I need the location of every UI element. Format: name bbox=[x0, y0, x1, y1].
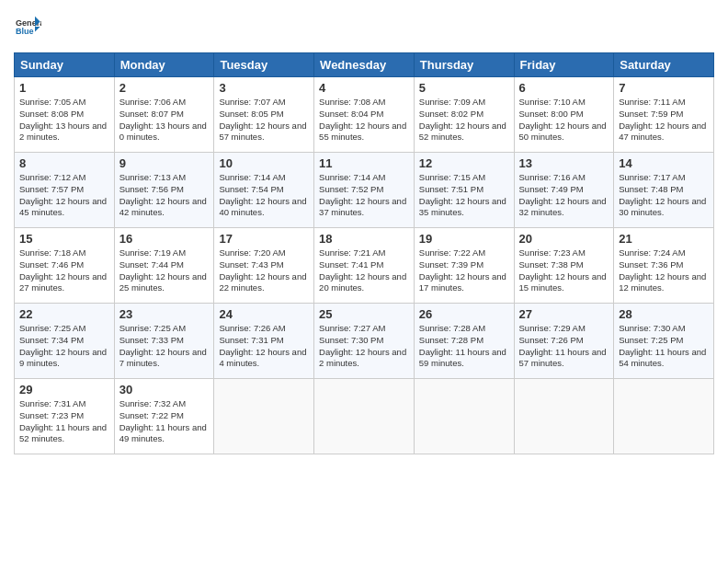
daylight-text: Daylight: 11 hours and 52 minutes. bbox=[19, 422, 109, 446]
day-number: 9 bbox=[119, 156, 210, 170]
weekday-wednesday: Wednesday bbox=[314, 53, 415, 77]
sunrise-text: Sunrise: 7:14 AM bbox=[219, 172, 309, 184]
sunrise-text: Sunrise: 7:25 AM bbox=[119, 323, 210, 335]
weekday-saturday: Saturday bbox=[614, 53, 714, 77]
calendar-cell bbox=[614, 379, 714, 454]
day-info: Sunrise: 7:13 AM Sunset: 7:56 PM Dayligh… bbox=[119, 172, 210, 219]
sunset-text: Sunset: 7:38 PM bbox=[519, 259, 609, 271]
daylight-text: Daylight: 12 hours and 42 minutes. bbox=[119, 196, 210, 220]
sunset-text: Sunset: 7:48 PM bbox=[619, 184, 709, 196]
sunset-text: Sunset: 8:07 PM bbox=[119, 109, 210, 121]
daylight-text: Daylight: 12 hours and 37 minutes. bbox=[319, 196, 409, 220]
day-info: Sunrise: 7:11 AM Sunset: 7:59 PM Dayligh… bbox=[619, 97, 709, 144]
calendar-week-1: 1 Sunrise: 7:05 AM Sunset: 8:08 PM Dayli… bbox=[15, 77, 714, 153]
sunrise-text: Sunrise: 7:24 AM bbox=[619, 247, 709, 259]
calendar-cell: 14 Sunrise: 7:17 AM Sunset: 7:48 PM Dayl… bbox=[614, 153, 714, 228]
daylight-text: Daylight: 11 hours and 49 minutes. bbox=[119, 422, 210, 446]
sunrise-text: Sunrise: 7:31 AM bbox=[19, 398, 109, 410]
day-number: 19 bbox=[419, 232, 509, 246]
calendar-cell: 20 Sunrise: 7:23 AM Sunset: 7:38 PM Dayl… bbox=[514, 228, 614, 304]
day-info: Sunrise: 7:22 AM Sunset: 7:39 PM Dayligh… bbox=[419, 247, 509, 294]
day-info: Sunrise: 7:30 AM Sunset: 7:25 PM Dayligh… bbox=[619, 323, 709, 370]
calendar-cell: 26 Sunrise: 7:28 AM Sunset: 7:28 PM Dayl… bbox=[414, 304, 514, 379]
daylight-text: Daylight: 12 hours and 50 minutes. bbox=[519, 121, 609, 144]
sunset-text: Sunset: 8:05 PM bbox=[219, 109, 309, 121]
sunset-text: Sunset: 7:41 PM bbox=[319, 259, 409, 271]
header: General Blue bbox=[14, 14, 714, 43]
day-info: Sunrise: 7:27 AM Sunset: 7:30 PM Dayligh… bbox=[319, 323, 409, 370]
day-number: 3 bbox=[219, 81, 309, 95]
sunset-text: Sunset: 7:44 PM bbox=[119, 259, 210, 271]
day-info: Sunrise: 7:09 AM Sunset: 8:02 PM Dayligh… bbox=[419, 97, 509, 144]
daylight-text: Daylight: 12 hours and 2 minutes. bbox=[319, 347, 409, 371]
sunset-text: Sunset: 7:31 PM bbox=[219, 335, 309, 347]
day-info: Sunrise: 7:06 AM Sunset: 8:07 PM Dayligh… bbox=[119, 97, 210, 144]
sunrise-text: Sunrise: 7:27 AM bbox=[319, 323, 409, 335]
daylight-text: Daylight: 12 hours and 32 minutes. bbox=[519, 196, 609, 220]
calendar-cell: 6 Sunrise: 7:10 AM Sunset: 8:00 PM Dayli… bbox=[514, 77, 614, 153]
day-info: Sunrise: 7:07 AM Sunset: 8:05 PM Dayligh… bbox=[219, 97, 309, 144]
sunrise-text: Sunrise: 7:29 AM bbox=[519, 323, 609, 335]
day-info: Sunrise: 7:25 AM Sunset: 7:33 PM Dayligh… bbox=[119, 323, 210, 370]
sunrise-text: Sunrise: 7:14 AM bbox=[319, 172, 409, 184]
day-number: 18 bbox=[319, 232, 409, 246]
sunset-text: Sunset: 7:30 PM bbox=[319, 335, 409, 347]
page-container: General Blue SundayMondayTuesdayWednesda… bbox=[0, 0, 728, 563]
daylight-text: Daylight: 12 hours and 12 minutes. bbox=[619, 271, 709, 295]
calendar-cell: 17 Sunrise: 7:20 AM Sunset: 7:43 PM Dayl… bbox=[214, 228, 314, 304]
sunrise-text: Sunrise: 7:15 AM bbox=[419, 172, 509, 184]
sunset-text: Sunset: 8:00 PM bbox=[519, 109, 609, 121]
daylight-text: Daylight: 13 hours and 0 minutes. bbox=[119, 121, 210, 144]
calendar-cell: 10 Sunrise: 7:14 AM Sunset: 7:54 PM Dayl… bbox=[214, 153, 314, 228]
calendar-cell: 30 Sunrise: 7:32 AM Sunset: 7:22 PM Dayl… bbox=[114, 379, 214, 454]
calendar-cell: 27 Sunrise: 7:29 AM Sunset: 7:26 PM Dayl… bbox=[514, 304, 614, 379]
daylight-text: Daylight: 12 hours and 17 minutes. bbox=[419, 271, 509, 295]
day-info: Sunrise: 7:28 AM Sunset: 7:28 PM Dayligh… bbox=[419, 323, 509, 370]
day-info: Sunrise: 7:23 AM Sunset: 7:38 PM Dayligh… bbox=[519, 247, 609, 294]
calendar-cell: 12 Sunrise: 7:15 AM Sunset: 7:51 PM Dayl… bbox=[414, 153, 514, 228]
sunrise-text: Sunrise: 7:19 AM bbox=[119, 247, 210, 259]
sunrise-text: Sunrise: 7:20 AM bbox=[219, 247, 309, 259]
weekday-friday: Friday bbox=[514, 53, 614, 77]
day-info: Sunrise: 7:24 AM Sunset: 7:36 PM Dayligh… bbox=[619, 247, 709, 294]
calendar-cell: 5 Sunrise: 7:09 AM Sunset: 8:02 PM Dayli… bbox=[414, 77, 514, 153]
day-info: Sunrise: 7:12 AM Sunset: 7:57 PM Dayligh… bbox=[19, 172, 109, 219]
sunset-text: Sunset: 8:02 PM bbox=[419, 109, 509, 121]
day-info: Sunrise: 7:10 AM Sunset: 8:00 PM Dayligh… bbox=[519, 97, 609, 144]
calendar-cell: 3 Sunrise: 7:07 AM Sunset: 8:05 PM Dayli… bbox=[214, 77, 314, 153]
day-number: 1 bbox=[19, 81, 109, 95]
sunrise-text: Sunrise: 7:08 AM bbox=[319, 97, 409, 109]
calendar-cell: 22 Sunrise: 7:25 AM Sunset: 7:34 PM Dayl… bbox=[15, 304, 115, 379]
sunset-text: Sunset: 8:04 PM bbox=[319, 109, 409, 121]
weekday-header-row: SundayMondayTuesdayWednesdayThursdayFrid… bbox=[15, 53, 714, 77]
day-info: Sunrise: 7:29 AM Sunset: 7:26 PM Dayligh… bbox=[519, 323, 609, 370]
daylight-text: Daylight: 12 hours and 47 minutes. bbox=[619, 121, 709, 144]
daylight-text: Daylight: 12 hours and 7 minutes. bbox=[119, 347, 210, 371]
logo: General Blue bbox=[14, 14, 41, 43]
day-info: Sunrise: 7:32 AM Sunset: 7:22 PM Dayligh… bbox=[119, 398, 210, 445]
daylight-text: Daylight: 12 hours and 27 minutes. bbox=[19, 271, 109, 295]
day-info: Sunrise: 7:08 AM Sunset: 8:04 PM Dayligh… bbox=[319, 97, 409, 144]
daylight-text: Daylight: 12 hours and 9 minutes. bbox=[19, 347, 109, 371]
calendar-cell: 24 Sunrise: 7:26 AM Sunset: 7:31 PM Dayl… bbox=[214, 304, 314, 379]
calendar-cell: 25 Sunrise: 7:27 AM Sunset: 7:30 PM Dayl… bbox=[314, 304, 415, 379]
day-number: 23 bbox=[119, 307, 210, 321]
sunset-text: Sunset: 7:34 PM bbox=[19, 335, 109, 347]
calendar-cell: 9 Sunrise: 7:13 AM Sunset: 7:56 PM Dayli… bbox=[114, 153, 214, 228]
weekday-monday: Monday bbox=[114, 53, 214, 77]
sunset-text: Sunset: 7:36 PM bbox=[619, 259, 709, 271]
calendar-cell: 16 Sunrise: 7:19 AM Sunset: 7:44 PM Dayl… bbox=[114, 228, 214, 304]
day-number: 22 bbox=[19, 307, 109, 321]
sunrise-text: Sunrise: 7:26 AM bbox=[219, 323, 309, 335]
calendar-cell bbox=[314, 379, 415, 454]
day-number: 26 bbox=[419, 307, 509, 321]
sunset-text: Sunset: 7:39 PM bbox=[419, 259, 509, 271]
day-info: Sunrise: 7:15 AM Sunset: 7:51 PM Dayligh… bbox=[419, 172, 509, 219]
day-number: 7 bbox=[619, 81, 709, 95]
day-number: 11 bbox=[319, 156, 409, 170]
calendar-cell: 21 Sunrise: 7:24 AM Sunset: 7:36 PM Dayl… bbox=[614, 228, 714, 304]
sunrise-text: Sunrise: 7:22 AM bbox=[419, 247, 509, 259]
calendar-cell: 1 Sunrise: 7:05 AM Sunset: 8:08 PM Dayli… bbox=[15, 77, 115, 153]
day-info: Sunrise: 7:25 AM Sunset: 7:34 PM Dayligh… bbox=[19, 323, 109, 370]
calendar-cell: 15 Sunrise: 7:18 AM Sunset: 7:46 PM Dayl… bbox=[15, 228, 115, 304]
